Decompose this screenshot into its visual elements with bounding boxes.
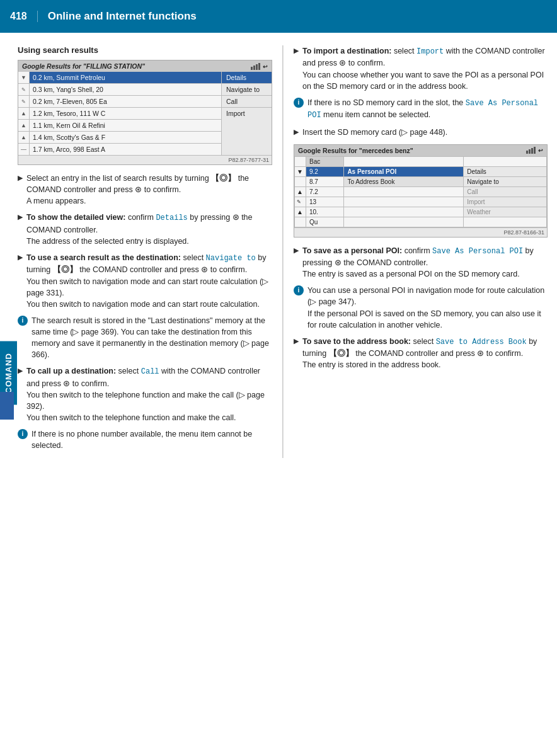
bullet-save-personal-poi: ▶ To save as a personal POI: confirm Sav…: [294, 245, 548, 280]
page-title: Online and Internet functions: [48, 10, 197, 23]
table-row: ▲ 1.2 km, Tesoro, 111 W C: [18, 107, 221, 119]
screenshot-1-signal: ↩: [251, 63, 268, 70]
screenshot-1-menu: Details Navigate to Call Import: [221, 72, 272, 155]
left-column: Using search results Google Results for …: [18, 45, 282, 458]
screenshot-1-caption: P82.87-7677-31: [18, 155, 272, 164]
screenshot-2-header: Google Results for "mercedes benz" ↩: [294, 145, 547, 156]
menu-item-import: Import: [464, 197, 547, 207]
row-text: Bac: [306, 156, 344, 166]
screenshot-2-signal: ↩: [526, 147, 543, 154]
bullet-arrow-icon: ▶: [18, 366, 23, 423]
row-icon: ▲: [18, 120, 30, 131]
info-text: You can use a personal POI in navigation…: [307, 285, 548, 331]
info-icon: i: [18, 429, 28, 439]
bullet-use-as-destination: ▶ To use a search result as the destinat…: [18, 252, 272, 310]
row-text: 1.1 km, Kern Oil & Refini: [30, 120, 221, 131]
to-address-book-cell: To Address Book: [344, 176, 464, 186]
table-row: 8.7 To Address Book Navigate to: [295, 176, 547, 186]
screenshot-1: Google Results for "FILLING STATION" ↩ ▼…: [18, 60, 272, 165]
bullet-detailed-view: ▶ To show the detailed view: confirm Det…: [18, 212, 272, 247]
bullet-text: To save to the address book: select Save…: [302, 336, 548, 371]
info-icon: i: [18, 316, 28, 326]
menu-item-import: Import: [222, 108, 272, 119]
table-row: ▼ 0.2 km, Summit Petroleu: [18, 72, 221, 83]
row-icon: ✎: [18, 84, 30, 95]
row-icon: —: [18, 144, 30, 155]
content-wrapper: Using search results Google Results for …: [0, 33, 557, 471]
bullet-arrow-icon: ▶: [18, 173, 23, 207]
row-text: [344, 186, 464, 197]
bullet-arrow-icon: ▶: [294, 246, 299, 280]
table-row: ▲ 10. Weather: [295, 207, 547, 217]
info-icon: i: [294, 98, 304, 108]
info-personal-poi-nav: i You can use a personal POI in navigati…: [294, 285, 548, 331]
bullet-arrow-icon: ▶: [294, 46, 299, 92]
table-row: ✎ 13 Import: [295, 197, 547, 207]
bullet-text: Select an entry in the list of search re…: [26, 173, 272, 207]
menu-item-call: Call: [222, 96, 272, 108]
screenshot-1-title: Google Results for "FILLING STATION": [22, 62, 145, 70]
bullet-import-destination: ▶ To import a destination: select Import…: [294, 45, 548, 92]
table-row: ▼ 9.2 As Personal POI Details: [295, 166, 547, 176]
section-heading: Using search results: [18, 45, 272, 55]
right-bullets-bottom: ▶ To save as a personal POI: confirm Sav…: [294, 245, 548, 371]
info-last-destinations: i The search result is stored in the "La…: [18, 315, 272, 361]
row-text: [344, 217, 464, 227]
menu-item-weather: Weather: [464, 207, 547, 217]
row-text: [464, 217, 547, 227]
screenshot-2-caption: P82.87-8166-31: [294, 227, 547, 237]
bullet-call-destination: ▶ To call up a destination: select Call …: [18, 365, 272, 423]
bullet-arrow-icon: ▶: [294, 127, 299, 138]
screenshot-1-header: Google Results for "FILLING STATION" ↩: [18, 60, 272, 72]
as-personal-poi-cell: As Personal POI: [344, 166, 464, 176]
info-no-phone: i If there is no phone number available,…: [18, 428, 272, 451]
bullet-text: Insert the SD memory card (▷ page 448).: [302, 127, 548, 138]
menu-item-details: Details: [222, 72, 272, 84]
bullet-text: To call up a destination: select Call wi…: [26, 365, 272, 423]
screenshot-2-title: Google Results for "mercedes benz": [298, 147, 413, 154]
menu-item-details: Details: [464, 166, 547, 176]
right-bullets-top: ▶ To import a destination: select Import…: [294, 45, 548, 138]
bullet-arrow-icon: ▶: [18, 212, 23, 247]
row-text: 0.2 km, 7-Eleven, 805 Ea: [30, 96, 221, 107]
bullet-text: To save as a personal POI: confirm Save …: [302, 245, 548, 280]
info-icon: i: [294, 285, 304, 295]
page-header: 418 Online and Internet functions: [0, 0, 557, 33]
row-text: 8.7: [306, 176, 344, 186]
row-text: Qu: [306, 217, 344, 227]
row-text: 0.2 km, Summit Petroleu: [30, 72, 221, 83]
bullet-text: To import a destination: select Import w…: [302, 45, 548, 92]
info-text: The search result is stored in the "Last…: [32, 315, 272, 361]
menu-item-call: Call: [464, 186, 547, 197]
info-no-sd-card: i If there is no SD memory card in the s…: [294, 97, 548, 122]
row-icon: ▲: [18, 108, 30, 119]
row-text: [344, 207, 464, 217]
info-text: If there is no phone number available, t…: [32, 428, 272, 451]
page-number: 418: [10, 11, 38, 22]
row-text: [464, 156, 547, 166]
row-text: 10.: [306, 207, 344, 217]
bullet-select-entry: ▶ Select an entry in the list of search …: [18, 173, 272, 207]
table-row: ▲ 7.2 Call: [295, 186, 547, 197]
screenshot-2-table: Bac ▼ 9.2 As Personal POI Details 8.7 To…: [294, 156, 547, 227]
table-row: — 1.7 km, Arco, 998 East A: [18, 143, 221, 155]
row-icon: ▲: [18, 132, 30, 143]
table-row: ▲ 1.1 km, Kern Oil & Refini: [18, 119, 221, 131]
right-column: ▶ To import a destination: select Import…: [283, 45, 548, 458]
screenshot-1-content: ▼ 0.2 km, Summit Petroleu ✎ 0.3 km, Yang…: [18, 72, 272, 155]
left-bullets: ▶ Select an entry in the list of search …: [18, 173, 272, 452]
bullet-insert-sd: ▶ Insert the SD memory card (▷ page 448)…: [294, 127, 548, 138]
bullet-text: To use a search result as the destinatio…: [26, 252, 272, 310]
table-row: ▲ 1.4 km, Scotty's Gas & F: [18, 131, 221, 143]
row-text: 1.2 km, Tesoro, 111 W C: [30, 108, 221, 119]
screenshot-1-rows: ▼ 0.2 km, Summit Petroleu ✎ 0.3 km, Yang…: [18, 72, 221, 155]
bullet-arrow-icon: ▶: [18, 253, 23, 310]
row-text: 9.2: [306, 166, 344, 176]
table-row: Qu: [295, 217, 547, 227]
row-text: 13: [306, 197, 344, 207]
info-text: If there is no SD memory card in the slo…: [307, 97, 548, 122]
table-row: Bac: [295, 156, 547, 166]
row-icon: ✎: [18, 96, 30, 107]
table-row: ✎ 0.3 km, Yang's Shell, 20: [18, 83, 221, 95]
row-text: [344, 197, 464, 207]
